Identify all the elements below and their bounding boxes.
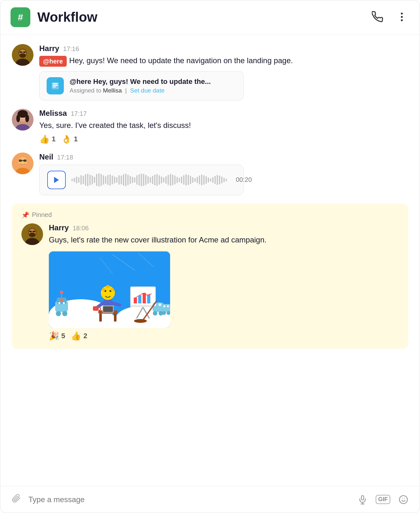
phone-button[interactable] xyxy=(370,9,385,26)
svg-rect-42 xyxy=(33,231,35,232)
microphone-button[interactable] xyxy=(356,494,369,506)
reaction-thumbsup-pinned[interactable]: 👍 2 xyxy=(71,331,87,341)
msg-author: Harry xyxy=(39,44,59,53)
pinned-header-line: Harry 18:06 xyxy=(49,223,399,232)
svg-point-7 xyxy=(19,53,26,58)
messages-area: Harry 17:16 @hereHey, guys! We need to u… xyxy=(0,34,420,486)
pin-label: 📌 Pinned xyxy=(21,211,399,219)
task-info: @here Hey, guys! We need to update the..… xyxy=(70,78,236,94)
svg-rect-71 xyxy=(99,314,102,322)
svg-rect-15 xyxy=(53,86,56,87)
svg-rect-11 xyxy=(23,51,26,53)
svg-point-25 xyxy=(24,116,25,118)
svg-point-89 xyxy=(134,319,147,323)
svg-point-63 xyxy=(102,288,105,291)
msg-time: 17:18 xyxy=(57,154,73,161)
attach-button[interactable] xyxy=(11,493,22,506)
avatar-neil xyxy=(12,152,34,174)
pinned-time: 18:06 xyxy=(73,225,89,232)
pinned-reactions: 🎉 5 👍 2 xyxy=(49,331,399,341)
svg-point-2 xyxy=(401,19,403,21)
pinned-message: 📌 Pinned Harry xyxy=(12,204,408,349)
message-input[interactable] xyxy=(28,495,350,504)
input-actions: GIF xyxy=(356,494,409,506)
reaction-ok[interactable]: 👌 1 xyxy=(61,134,78,144)
svg-rect-41 xyxy=(29,231,32,232)
svg-rect-14 xyxy=(53,85,58,86)
svg-rect-90 xyxy=(162,304,170,312)
gif-button[interactable]: GIF xyxy=(374,494,392,505)
message-row-harry-1: Harry 17:16 @hereHey, guys! We need to u… xyxy=(12,44,408,100)
svg-point-21 xyxy=(19,111,26,118)
msg-content-neil: Neil 17:18 00:20 xyxy=(39,152,408,195)
svg-point-98 xyxy=(400,495,408,503)
msg-header-line: Neil 17:18 xyxy=(39,152,408,161)
channel-icon: # xyxy=(11,7,30,27)
svg-rect-50 xyxy=(49,315,170,328)
avatar-melissa xyxy=(12,109,34,130)
task-icon xyxy=(47,77,64,94)
msg-content-melissa: Melissa 17:17 Yes, sure. I've created th… xyxy=(39,109,408,144)
task-title: @here Hey, guys! We need to update the..… xyxy=(70,78,236,86)
svg-point-53 xyxy=(62,311,67,316)
channel-title: Workflow xyxy=(37,10,370,25)
svg-rect-80 xyxy=(147,294,150,303)
svg-point-87 xyxy=(159,303,161,306)
svg-point-65 xyxy=(110,288,114,291)
svg-point-1 xyxy=(401,16,403,18)
reaction-party[interactable]: 🎉 5 xyxy=(49,331,65,341)
svg-rect-69 xyxy=(93,306,99,311)
waveform xyxy=(71,173,227,187)
svg-point-24 xyxy=(20,116,22,118)
svg-rect-16 xyxy=(53,83,58,84)
svg-point-55 xyxy=(60,298,63,301)
task-meta: Assigned to Mellisa | Set due date xyxy=(70,87,236,94)
svg-rect-74 xyxy=(103,306,113,312)
pinned-inner: Harry 18:06 Guys, let's rate the new cov… xyxy=(21,223,399,341)
msg-header-line: Melissa 17:17 xyxy=(39,109,408,118)
svg-point-0 xyxy=(401,12,403,14)
msg-header-line: Harry 17:16 xyxy=(39,44,408,53)
avatar-harry-pinned xyxy=(21,223,43,245)
svg-rect-95 xyxy=(361,495,364,500)
svg-rect-78 xyxy=(138,295,141,303)
reaction-thumbsup[interactable]: 👍 1 xyxy=(39,134,56,144)
pinned-content: Harry 18:06 Guys, let's rate the new cov… xyxy=(49,223,399,341)
message-row-neil: Neil 17:18 00:20 xyxy=(12,152,408,195)
svg-point-23 xyxy=(25,115,29,122)
header-actions xyxy=(370,9,409,26)
msg-author: Melissa xyxy=(39,109,67,118)
play-button[interactable] xyxy=(47,171,66,189)
msg-author: Neil xyxy=(39,152,53,161)
svg-point-64 xyxy=(106,285,109,288)
task-card[interactable]: @here Hey, guys! We need to update the..… xyxy=(39,71,244,100)
msg-content-harry-1: Harry 17:16 @hereHey, guys! We need to u… xyxy=(39,44,408,100)
svg-point-52 xyxy=(56,311,61,316)
msg-time: 17:17 xyxy=(71,110,87,117)
input-bar: GIF xyxy=(0,486,420,513)
svg-point-22 xyxy=(16,115,20,122)
svg-rect-10 xyxy=(19,51,22,53)
msg-text: @hereHey, guys! We need to update the na… xyxy=(39,55,408,67)
svg-point-57 xyxy=(60,291,63,294)
pinned-text: Guys, let's rate the new cover illustrat… xyxy=(49,234,399,246)
svg-rect-72 xyxy=(114,314,116,322)
svg-marker-33 xyxy=(54,177,59,183)
svg-point-58 xyxy=(58,302,60,304)
svg-point-93 xyxy=(163,305,165,307)
emoji-button[interactable] xyxy=(397,494,409,506)
audio-duration: 00:20 xyxy=(236,176,252,183)
here-badge: @here xyxy=(39,56,67,67)
audio-card: 00:20 xyxy=(39,165,244,195)
msg-time: 17:16 xyxy=(63,45,79,53)
header: # Workflow xyxy=(0,0,420,34)
svg-point-38 xyxy=(29,233,35,237)
reactions: 👍 1 👌 1 xyxy=(39,134,408,144)
svg-point-94 xyxy=(167,305,169,307)
more-button[interactable] xyxy=(394,9,409,26)
svg-point-91 xyxy=(162,311,166,315)
svg-line-68 xyxy=(113,303,120,305)
pinned-author: Harry xyxy=(49,223,69,232)
svg-rect-31 xyxy=(23,160,26,162)
svg-point-59 xyxy=(63,302,65,304)
